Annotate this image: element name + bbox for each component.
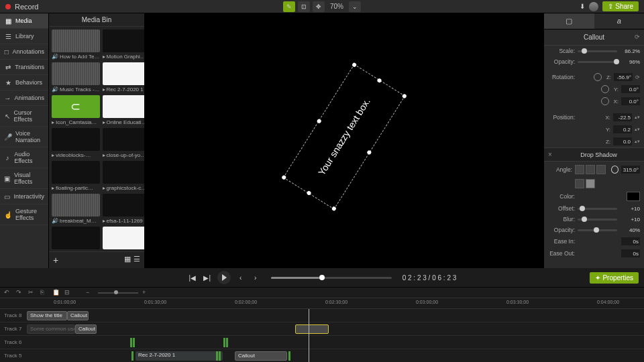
nav-animations[interactable]: →Animations — [0, 90, 48, 106]
position-z-field[interactable] — [613, 137, 632, 145]
reset-button[interactable]: ⟳ — [635, 34, 640, 40]
nav-visual-effects[interactable]: ▣Visual Effects — [0, 168, 48, 189]
next-frame-button[interactable]: › — [251, 273, 260, 282]
angle-preset[interactable] — [575, 165, 584, 174]
resize-handle[interactable] — [331, 206, 337, 211]
track-label[interactable]: Track 7 — [0, 326, 27, 332]
tab-visual[interactable]: ▢ — [544, 13, 594, 29]
edit-mode-button[interactable]: ✎ — [283, 1, 295, 12]
scale-slider[interactable] — [578, 50, 617, 52]
media-item[interactable]: ▸Logo_Hrz_Ca… — [52, 227, 100, 251]
media-item[interactable]: ▸Motion Graphi… — [103, 29, 144, 60]
media-item[interactable]: ▸graphicstock-c… — [103, 161, 144, 191]
canvas[interactable]: Your snazzy text box. — [145, 13, 543, 268]
clip[interactable]: Callout — [75, 324, 97, 334]
transition-marker[interactable] — [226, 338, 228, 347]
prev-frame-button[interactable]: ‹ — [236, 273, 246, 282]
angle-preset[interactable] — [586, 165, 595, 174]
play-button[interactable] — [217, 271, 231, 284]
resize-handle[interactable] — [306, 190, 311, 196]
scrubber[interactable] — [271, 277, 392, 279]
prev-marker-button[interactable]: |◀ — [188, 273, 197, 282]
avatar[interactable] — [589, 2, 598, 11]
playhead[interactable] — [309, 309, 309, 362]
resize-handle[interactable] — [352, 62, 357, 68]
media-item[interactable]: ▸Online Educati… — [103, 95, 144, 125]
nav-media[interactable]: ▦Media — [0, 13, 48, 29]
track-content[interactable]: Rec 2-7-2020 1Callout — [27, 349, 644, 362]
angle-preset[interactable] — [596, 165, 606, 174]
ease-in-field[interactable] — [621, 237, 640, 245]
media-item[interactable]: 🔊Music Tracks -… — [52, 62, 100, 93]
crop-button[interactable]: ⊡ — [298, 1, 310, 12]
clip[interactable]: Callout — [235, 351, 287, 361]
media-item[interactable]: ▸floating-partic… — [52, 161, 100, 191]
zoom-menu-button[interactable]: ⌄ — [349, 1, 361, 12]
media-item[interactable]: ⊂▸Icon_Camtasia… — [52, 95, 100, 125]
undo-button[interactable]: ↶ — [4, 289, 12, 297]
rotation-wheel-x[interactable] — [601, 97, 609, 105]
track-content[interactable] — [27, 336, 644, 349]
media-item[interactable]: ▸efsa-1-11-1269 — [103, 194, 144, 224]
angle-preset[interactable] — [586, 179, 595, 188]
nav-interactivity[interactable]: ▭Interactivity — [0, 189, 48, 204]
share-button[interactable]: ⇪ Share — [602, 1, 639, 11]
clip[interactable]: Callout — [67, 311, 89, 320]
clip[interactable]: Some common uses for text in video — [27, 324, 75, 334]
stepper-icon[interactable]: ▴▾ — [635, 127, 640, 132]
media-item[interactable]: 🔊How to Add Te… — [52, 29, 100, 60]
opacity-slider[interactable] — [578, 61, 617, 63]
track-label[interactable]: Track 8 — [0, 312, 27, 318]
resize-handle[interactable] — [376, 78, 382, 83]
transition-marker[interactable] — [130, 338, 132, 347]
zoom-level[interactable]: 70% — [327, 3, 346, 10]
add-media-button[interactable]: + — [53, 255, 58, 265]
callout-text[interactable]: Your snazzy text box. — [316, 97, 372, 178]
transition-marker[interactable] — [216, 351, 218, 361]
angle-preset[interactable] — [575, 179, 584, 188]
resize-handle[interactable] — [317, 119, 322, 124]
zoom-out-button[interactable]: − — [86, 289, 94, 297]
transition-marker[interactable] — [219, 351, 221, 361]
timeline-zoom-slider[interactable] — [98, 292, 138, 294]
angle-field[interactable] — [621, 166, 640, 174]
stepper-icon[interactable]: ▴▾ — [635, 115, 640, 120]
stepper-icon[interactable]: ▴▾ — [635, 139, 640, 144]
track-content[interactable]: Show the titleCallout — [27, 309, 644, 322]
nav-transitions[interactable]: ⇄Transitions — [0, 60, 48, 75]
nav-library[interactable]: ☰Library — [0, 29, 48, 44]
media-item[interactable]: ▸Rec 2-7-2020 1 — [103, 62, 144, 93]
media-item[interactable]: ▸Rec 2-7-2020 2 — [103, 227, 144, 251]
pan-button[interactable]: ✥ — [313, 1, 325, 12]
angle-wheel[interactable] — [611, 166, 619, 174]
ease-out-field[interactable] — [621, 249, 640, 257]
list-view-button[interactable]: ☰ — [133, 255, 140, 265]
reset-icon[interactable]: ⟳ — [635, 74, 640, 80]
rotation-wheel-y[interactable] — [601, 85, 609, 93]
nav-cursor-effects[interactable]: ↖Cursor Effects — [0, 106, 48, 127]
shadow-opacity-slider[interactable] — [578, 229, 617, 231]
transition-marker[interactable] — [133, 338, 135, 347]
media-item[interactable]: 🔊breakbeat_M… — [52, 194, 100, 224]
media-item[interactable]: ▸close-up-of-yo… — [103, 128, 144, 158]
clip[interactable]: Rec 2-7-2020 1 — [136, 351, 223, 361]
paste-button[interactable]: 📋 — [52, 289, 60, 297]
grid-view-button[interactable]: ▦ — [124, 255, 131, 265]
color-swatch[interactable] — [627, 192, 640, 201]
record-label[interactable]: Record — [15, 3, 38, 11]
track-content[interactable]: Some common uses for text in videoCallou… — [27, 322, 644, 335]
resize-handle[interactable] — [366, 149, 372, 155]
resize-handle[interactable] — [402, 93, 407, 99]
track-label[interactable]: Track 5 — [0, 353, 27, 359]
tab-text[interactable]: a — [594, 13, 645, 29]
nav-gesture-effects[interactable]: ☝Gesture Effects — [0, 204, 48, 225]
step-back-button[interactable]: ▶| — [203, 273, 212, 282]
nav-voice-narration[interactable]: 🎤Voice Narration — [0, 127, 48, 147]
remove-shadow-button[interactable]: × — [548, 151, 552, 158]
position-x-field[interactable] — [613, 113, 632, 121]
transition-marker[interactable] — [288, 351, 290, 361]
record-icon[interactable] — [5, 4, 11, 9]
cut-button[interactable]: ✂ — [28, 289, 36, 297]
track-label[interactable]: Track 6 — [0, 339, 27, 345]
nav-annotations[interactable]: □Annotations — [0, 44, 48, 60]
